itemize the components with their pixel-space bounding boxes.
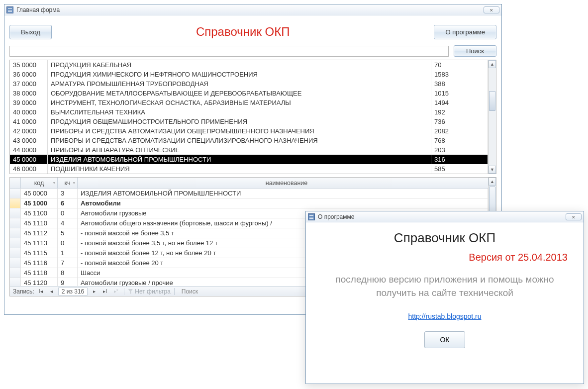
- ok-button[interactable]: ОК: [424, 331, 465, 348]
- nav-first-icon[interactable]: I◂: [36, 288, 45, 295]
- category-row[interactable]: 42 0000ПРИБОРЫ И СРЕДСТВА АВТОМАТИЗАЦИИ …: [10, 126, 488, 136]
- cell-code: 39 0000: [10, 98, 48, 107]
- form-icon: [308, 213, 315, 220]
- cell-code: 37 0000: [10, 79, 48, 89]
- about-title: Справочник ОКП: [318, 230, 572, 246]
- cell-code: 45 0000: [10, 155, 48, 164]
- col-kc[interactable]: кч ▾: [58, 178, 78, 188]
- cell-kc: 0: [58, 238, 78, 248]
- close-icon[interactable]: [566, 213, 582, 220]
- cell-kc: 7: [58, 258, 78, 268]
- nav-next-icon[interactable]: ▸: [90, 288, 98, 295]
- separator: [124, 288, 124, 295]
- cell-name: ИНСТРУМЕНТ, ТЕХНОЛОГИЧЕСКАЯ ОСНАСТКА, АБ…: [48, 98, 431, 107]
- category-row[interactable]: 36 0000ПРОДУКЦИЯ ХИМИЧЕСКОГО И НЕФТЯНОГО…: [10, 70, 488, 79]
- row-selector[interactable]: [10, 189, 21, 198]
- nav-search[interactable]: Поиск: [178, 288, 201, 295]
- cell-code: 43 0000: [10, 136, 48, 145]
- scroll-up-icon[interactable]: ▲: [489, 178, 496, 186]
- col-name[interactable]: наименование ▾: [78, 178, 496, 188]
- about-titlebar[interactable]: О программе: [306, 211, 584, 222]
- about-version: Версия от 25.04.2013: [318, 252, 568, 263]
- cell-count: 1583: [431, 70, 488, 79]
- col-kc-label: кч: [65, 180, 71, 187]
- col-code-label: код: [34, 180, 44, 187]
- scroll-down-icon[interactable]: ▼: [489, 166, 496, 174]
- category-scrollbar[interactable]: ▲ ▼: [488, 60, 496, 174]
- cell-count: 70: [431, 60, 488, 70]
- search-button[interactable]: Поиск: [454, 45, 496, 57]
- row-selector[interactable]: [10, 258, 21, 268]
- grid-header: код ▾ кч ▾ наименование ▾: [10, 178, 496, 189]
- row-selector[interactable]: [10, 198, 21, 208]
- cell-code: 45 1115: [21, 248, 58, 258]
- exit-button[interactable]: Выход: [9, 25, 52, 39]
- cell-name: ПРИБОРЫ И СРЕДСТВА АВТОМАТИЗАЦИИ ОБЩЕПРО…: [48, 126, 431, 136]
- cell-code: 45 1112: [21, 228, 58, 238]
- record-position[interactable]: 2 из 316: [58, 288, 88, 295]
- cell-kc: 9: [58, 278, 78, 286]
- form-icon: [6, 6, 13, 13]
- cell-name: АРМАТУРА ПРОМЫШЛЕННАЯ ТРУБОПРОВОДНАЯ: [48, 79, 431, 89]
- row-selector[interactable]: [10, 208, 21, 218]
- about-dialog: О программе Справочник ОКП Версия от 25.…: [305, 211, 584, 384]
- filter-label: Нет фильтра: [135, 288, 171, 295]
- category-row[interactable]: 35 0000ПРОДУКЦИЯ КАБЕЛЬНАЯ70: [10, 60, 488, 70]
- col-code[interactable]: код ▾: [21, 178, 58, 188]
- category-row[interactable]: 38 0000ОБОРУДОВАНИЕ МЕТАЛЛООБРАБАТЫВАЮЩЕ…: [10, 89, 488, 98]
- row-selector[interactable]: [10, 238, 21, 248]
- category-row[interactable]: 44 0000ПРИБОРЫ И АППАРАТУРА ОПТИЧЕСКИЕ20…: [10, 145, 488, 155]
- category-row[interactable]: 45 0000ИЗДЕЛИЯ АВТОМОБИЛЬНОЙ ПРОМЫШЛЕННО…: [10, 155, 488, 164]
- about-link[interactable]: http://rustab.blogspot.ru: [408, 312, 481, 320]
- about-text: последнюю версию приложения и помощь мож…: [318, 273, 572, 299]
- separator: [174, 288, 175, 295]
- filter-indicator[interactable]: Нет фильтра: [128, 288, 171, 295]
- cell-code: 42 0000: [10, 126, 48, 136]
- nav-last-icon[interactable]: ▸I: [100, 288, 109, 295]
- row-selector[interactable]: [10, 228, 21, 238]
- about-button[interactable]: О программе: [434, 25, 496, 39]
- row-selector[interactable]: [10, 248, 21, 258]
- cell-code: 45 1110: [21, 218, 58, 228]
- row-selector[interactable]: [10, 218, 21, 228]
- nav-prev-icon[interactable]: ◂: [47, 288, 56, 295]
- row-selector-header[interactable]: [10, 178, 21, 188]
- cell-kc: 1: [58, 248, 78, 258]
- category-row[interactable]: 40 0000ВЫЧИСЛИТЕЛЬНАЯ ТЕХНИКА192: [10, 107, 488, 117]
- category-row[interactable]: 39 0000ИНСТРУМЕНТ, ТЕХНОЛОГИЧЕСКАЯ ОСНАС…: [10, 98, 488, 107]
- cell-code: 45 0000: [21, 189, 58, 198]
- sort-icon: ▾: [73, 181, 75, 185]
- cell-name: ПОДШИПНИКИ КАЧЕНИЯ: [48, 164, 431, 174]
- scroll-up-icon[interactable]: ▲: [489, 60, 496, 68]
- search-input[interactable]: [9, 46, 449, 57]
- category-row[interactable]: 46 0000ПОДШИПНИКИ КАЧЕНИЯ585: [10, 164, 488, 174]
- detail-row[interactable]: 45 10006Автомобили: [10, 198, 488, 208]
- cell-code: 41 0000: [10, 117, 48, 126]
- cell-count: 768: [431, 136, 488, 145]
- detail-row[interactable]: 45 00003ИЗДЕЛИЯ АВТОМОБИЛЬНОЙ ПРОМЫШЛЕНН…: [10, 189, 488, 198]
- cell-code: 45 1100: [21, 208, 58, 218]
- funnel-icon: [128, 289, 133, 294]
- cell-kc: 0: [58, 208, 78, 218]
- cell-name: ПРИБОРЫ И АППАРАТУРА ОПТИЧЕСКИЕ: [48, 145, 431, 155]
- about-window-title: О программе: [318, 213, 354, 220]
- category-list: 35 0000ПРОДУКЦИЯ КАБЕЛЬНАЯ7036 0000ПРОДУ…: [9, 60, 496, 174]
- nav-new-icon[interactable]: ▸*: [111, 288, 120, 295]
- cell-kc: 3: [58, 189, 78, 198]
- main-titlebar[interactable]: Главная форма: [4, 4, 501, 15]
- category-row[interactable]: 43 0000ПРИБОРЫ И СРЕДСТВА АВТОМАТИЗАЦИИ …: [10, 136, 488, 145]
- cell-code: 45 1116: [21, 258, 58, 268]
- row-selector[interactable]: [10, 268, 21, 278]
- sort-icon: ▾: [53, 181, 55, 185]
- cell-name: ОБОРУДОВАНИЕ МЕТАЛЛООБРАБАТЫВАЮЩЕЕ И ДЕР…: [48, 89, 431, 98]
- cell-code: 45 1120: [21, 278, 58, 286]
- cell-count: 316: [431, 155, 488, 164]
- cell-kc: 4: [58, 218, 78, 228]
- cell-code: 35 0000: [10, 60, 48, 70]
- close-icon[interactable]: [484, 6, 499, 13]
- cell-count: 388: [431, 79, 488, 89]
- row-selector[interactable]: [10, 278, 21, 286]
- category-row[interactable]: 41 0000ПРОДУКЦИЯ ОБЩЕМАШИНОСТРОИТЕЛЬНОГО…: [10, 117, 488, 126]
- scroll-thumb[interactable]: [489, 91, 495, 111]
- category-row[interactable]: 37 0000АРМАТУРА ПРОМЫШЛЕННАЯ ТРУБОПРОВОД…: [10, 79, 488, 89]
